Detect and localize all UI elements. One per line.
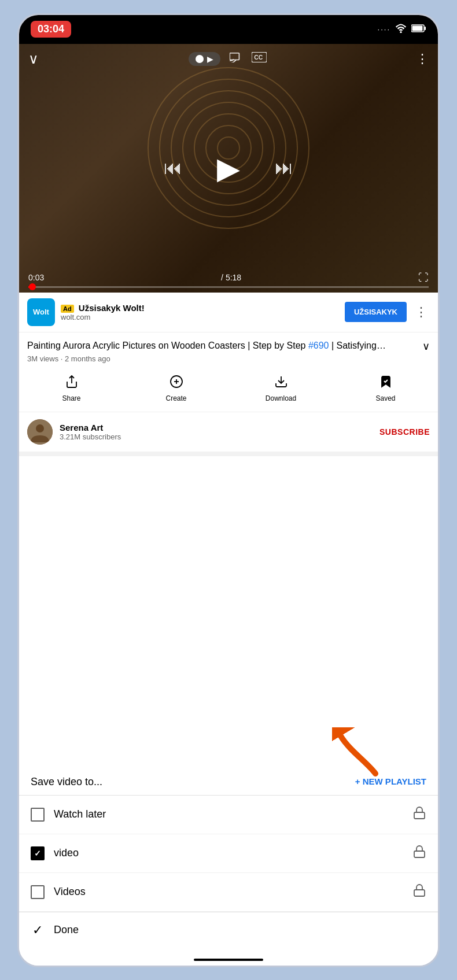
- top-controls-center: ▶ CC: [189, 52, 267, 66]
- svg-rect-2: [425, 27, 426, 30]
- phone-frame: 03:04 ····: [17, 13, 440, 967]
- svg-rect-16: [414, 851, 425, 857]
- play-button[interactable]: ▶: [217, 151, 240, 186]
- ad-cta-button[interactable]: UŽSISAKYK: [345, 302, 407, 322]
- ad-text: Ad Užsisakyk Wolt! wolt.com: [61, 303, 339, 321]
- wood-decoration: [142, 61, 315, 235]
- ad-badge: Ad: [61, 305, 74, 313]
- video-info: Painting Aurora Acrylic Pictures on Wood…: [19, 332, 438, 368]
- download-button[interactable]: Download: [228, 372, 333, 405]
- svg-rect-15: [414, 812, 425, 819]
- done-label: Done: [54, 924, 79, 936]
- video-player[interactable]: ∨ ▶ CC: [19, 44, 438, 293]
- next-button[interactable]: ⏭: [275, 157, 293, 179]
- time-display: 03:04: [31, 21, 71, 38]
- saved-icon: [379, 375, 393, 392]
- fullscreen-icon[interactable]: ⛶: [418, 272, 429, 284]
- saved-label: Saved: [375, 394, 395, 402]
- channel-name: Serena Art: [60, 423, 121, 432]
- ad-banner: Wolt Ad Užsisakyk Wolt! wolt.com UŽSISAK…: [19, 293, 438, 332]
- playlist-item-videos[interactable]: Videos: [19, 873, 438, 912]
- cast-icon[interactable]: [230, 52, 242, 65]
- svg-rect-17: [414, 890, 425, 896]
- expand-title-icon[interactable]: ∨: [422, 339, 430, 354]
- ad-website: wolt.com: [61, 313, 339, 321]
- video-meta: 3M views · 2 months ago: [27, 354, 430, 363]
- ad-title: Ad Užsisakyk Wolt!: [61, 303, 339, 313]
- home-bar: [194, 959, 263, 961]
- bottom-sheet-header: Save video to... + NEW PLAYLIST: [19, 764, 438, 796]
- watch-later-checkbox[interactable]: [31, 808, 45, 822]
- video-center-controls: ⏮ ▶ ⏭: [164, 151, 293, 186]
- signal-icon: ····: [378, 25, 390, 34]
- create-icon: [169, 375, 183, 392]
- share-button[interactable]: Share: [19, 372, 124, 405]
- svg-point-13: [36, 424, 44, 432]
- total-time: / 5:18: [221, 273, 241, 282]
- minimize-icon[interactable]: ∨: [28, 51, 39, 67]
- done-row[interactable]: ✓ Done: [19, 912, 438, 948]
- play-icon-small: ▶: [207, 54, 213, 64]
- video-lock-icon: [412, 845, 426, 862]
- status-bar: 03:04 ····: [19, 15, 438, 44]
- video-top-controls: ∨ ▶ CC: [19, 51, 438, 67]
- saved-button[interactable]: Saved: [333, 372, 438, 405]
- videos-label: Videos: [54, 886, 403, 898]
- playlist-item-video[interactable]: video: [19, 834, 438, 873]
- done-check-icon: ✓: [31, 923, 45, 938]
- create-button[interactable]: Create: [124, 372, 228, 405]
- wifi-icon: [395, 24, 407, 35]
- arrow-annotation: [332, 727, 384, 782]
- more-options-icon[interactable]: ⋮: [416, 51, 429, 66]
- svg-rect-3: [412, 25, 423, 31]
- watch-later-lock-icon: [412, 806, 426, 823]
- share-icon: [65, 375, 79, 392]
- video-title: Painting Aurora Acrylic Pictures on Wood…: [27, 339, 430, 352]
- watch-later-label: Watch later: [54, 808, 403, 820]
- video-bottom-controls: 0:03 / 5:18 ⛶: [19, 267, 438, 293]
- channel-subscribers: 3.21M subscribers: [60, 432, 121, 441]
- ad-logo: Wolt: [27, 298, 55, 326]
- battery-icon: [411, 24, 426, 35]
- ad-more-icon[interactable]: ⋮: [412, 305, 430, 320]
- video-label: video: [54, 847, 403, 859]
- svg-rect-4: [230, 53, 239, 60]
- subscribe-button[interactable]: SUBSCRIBE: [379, 427, 430, 437]
- previous-button[interactable]: ⏮: [164, 157, 182, 179]
- progress-dot: [29, 283, 36, 290]
- current-time: 0:03: [28, 273, 44, 282]
- hashtag: #690: [308, 341, 329, 350]
- channel-info: Serena Art 3.21M subscribers SUBSCRIBE: [19, 412, 438, 456]
- playlist-item-watch-later[interactable]: Watch later: [19, 796, 438, 834]
- videos-lock-icon: [412, 883, 426, 901]
- svg-text:CC: CC: [254, 54, 263, 61]
- progress-bar[interactable]: [28, 286, 429, 288]
- cc-icon[interactable]: CC: [252, 52, 267, 65]
- download-icon: [274, 375, 288, 392]
- action-buttons: Share Create Download: [19, 368, 438, 412]
- channel-details: Serena Art 3.21M subscribers: [60, 423, 121, 441]
- channel-avatar: [27, 419, 53, 445]
- autoplay-toggle[interactable]: ▶: [189, 52, 220, 66]
- video-checkbox[interactable]: [31, 846, 45, 860]
- bottom-sheet: Save video to... + NEW PLAYLIST: [19, 764, 438, 966]
- share-label: Share: [62, 394, 80, 402]
- status-icons: ····: [378, 24, 426, 35]
- create-label: Create: [165, 394, 186, 402]
- save-video-title: Save video to...: [31, 776, 102, 788]
- toggle-indicator: [196, 55, 204, 63]
- new-playlist-container: + NEW PLAYLIST: [355, 776, 426, 787]
- svg-point-0: [400, 31, 401, 33]
- videos-checkbox[interactable]: [31, 885, 45, 899]
- download-label: Download: [266, 394, 296, 402]
